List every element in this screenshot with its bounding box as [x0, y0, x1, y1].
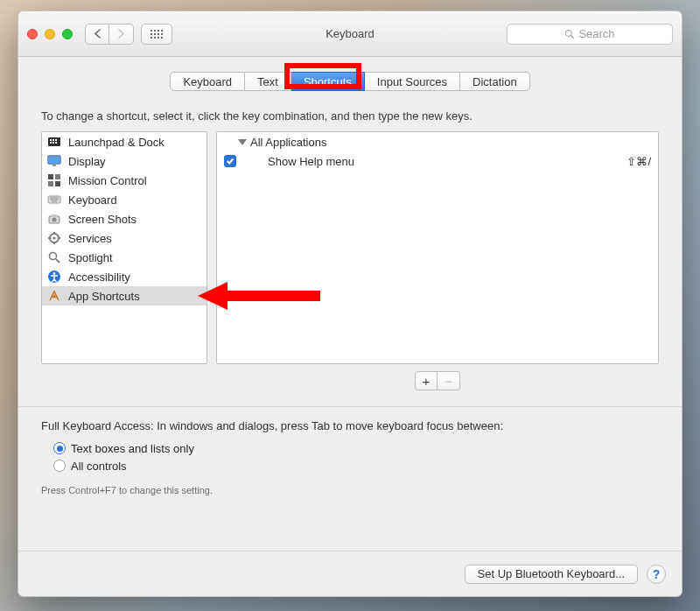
- show-all-button[interactable]: [141, 24, 172, 45]
- svg-point-0: [566, 30, 572, 36]
- display-icon: [47, 154, 61, 168]
- button-label: Set Up Bluetooth Keyboard...: [478, 567, 625, 580]
- tab-input-sources[interactable]: Input Sources: [365, 72, 460, 91]
- category-launchpad-dock[interactable]: Launchpad & Dock: [42, 132, 206, 151]
- svg-line-30: [56, 259, 60, 263]
- mission-control-icon: [47, 173, 61, 187]
- services-icon: [47, 231, 61, 245]
- shortcut-detail-list[interactable]: All Applications Show Help menu ⇧⌘/: [216, 131, 659, 364]
- setup-bluetooth-keyboard-button[interactable]: Set Up Bluetooth Keyboard...: [465, 565, 638, 584]
- radio-label: Text boxes and lists only: [71, 442, 194, 455]
- close-button[interactable]: [27, 29, 38, 39]
- category-list[interactable]: Launchpad & Dock Display Mission Control…: [41, 131, 207, 364]
- svg-line-1: [571, 35, 574, 38]
- group-label: All Applications: [250, 136, 326, 149]
- category-label: Services: [68, 232, 112, 245]
- svg-rect-6: [50, 142, 52, 144]
- search-placeholder: Search: [578, 27, 614, 40]
- category-mission-control[interactable]: Mission Control: [42, 171, 206, 190]
- split-panes: Launchpad & Dock Display Mission Control…: [41, 131, 659, 364]
- category-label: Mission Control: [68, 174, 147, 187]
- radio-button[interactable]: [53, 460, 66, 472]
- svg-rect-15: [55, 181, 60, 186]
- footer: Set Up Bluetooth Keyboard... ?: [18, 551, 682, 596]
- svg-rect-13: [55, 174, 60, 179]
- remove-shortcut-button[interactable]: −: [438, 371, 460, 390]
- titlebar: Keyboard Search: [18, 11, 682, 57]
- search-input[interactable]: Search: [507, 24, 673, 45]
- category-screen-shots[interactable]: Screen Shots: [42, 209, 206, 228]
- grid-icon: [150, 30, 163, 39]
- divider: [18, 406, 682, 407]
- svg-rect-22: [52, 214, 57, 217]
- svg-rect-5: [55, 139, 57, 141]
- svg-rect-8: [55, 142, 57, 144]
- svg-rect-12: [48, 174, 53, 179]
- category-display[interactable]: Display: [42, 151, 206, 171]
- tab-label: Text: [257, 75, 278, 88]
- tab-label: Keyboard: [183, 75, 232, 88]
- shortcut-row-show-help-menu[interactable]: Show Help menu ⇧⌘/: [217, 151, 658, 171]
- tab-shortcuts[interactable]: Shortcuts: [291, 72, 365, 91]
- full-keyboard-access-hint: Press Control+F7 to change this setting.: [41, 485, 659, 495]
- radio-button[interactable]: [53, 442, 66, 454]
- pane-body: To change a shortcut, select it, click t…: [18, 106, 682, 596]
- category-label: App Shortcuts: [68, 290, 140, 303]
- chevron-right-icon: [117, 29, 125, 39]
- nav-back-button[interactable]: [85, 24, 109, 45]
- tab-label: Dictation: [472, 75, 517, 88]
- category-app-shortcuts[interactable]: App Shortcuts: [42, 286, 206, 306]
- category-label: Keyboard: [68, 193, 117, 207]
- svg-rect-3: [50, 139, 52, 141]
- zoom-button[interactable]: [62, 29, 73, 39]
- svg-point-21: [52, 218, 57, 222]
- category-keyboard[interactable]: Keyboard: [42, 190, 206, 209]
- svg-rect-4: [52, 139, 54, 141]
- radio-text-boxes-only[interactable]: Text boxes and lists only: [53, 439, 659, 457]
- tab-dictation[interactable]: Dictation: [460, 72, 530, 91]
- svg-rect-7: [52, 142, 54, 144]
- category-spotlight[interactable]: Spotlight: [42, 248, 206, 267]
- radio-label: All controls: [71, 460, 127, 473]
- tab-label: Shortcuts: [304, 75, 352, 88]
- svg-point-29: [50, 253, 57, 260]
- nav-forward-button[interactable]: [109, 24, 134, 45]
- help-button[interactable]: ?: [647, 565, 666, 584]
- tab-bar-row: Keyboard Text Shortcuts Input Sources Di…: [18, 57, 682, 106]
- keyboard-icon: [47, 193, 61, 207]
- preferences-window: Keyboard Search Keyboard Text Shortcuts …: [18, 11, 682, 597]
- category-label: Accessibility: [68, 270, 130, 284]
- chevron-left-icon: [94, 29, 102, 39]
- svg-rect-14: [48, 181, 53, 186]
- accessibility-icon: [47, 270, 61, 284]
- svg-rect-11: [52, 165, 56, 166]
- plus-icon: +: [423, 374, 430, 389]
- add-shortcut-button[interactable]: +: [415, 371, 438, 390]
- nav-buttons: [85, 24, 134, 45]
- tab-keyboard[interactable]: Keyboard: [170, 72, 245, 91]
- disclosure-triangle-icon[interactable]: [238, 139, 247, 145]
- screenshots-icon: [47, 212, 61, 226]
- tab-label: Input Sources: [377, 75, 447, 88]
- svg-rect-10: [49, 157, 60, 163]
- svg-point-32: [53, 272, 56, 275]
- category-label: Screen Shots: [68, 213, 136, 226]
- minus-icon: −: [444, 374, 452, 389]
- window-controls: [27, 29, 73, 39]
- full-keyboard-access-heading: Full Keyboard Access: In windows and dia…: [41, 419, 659, 432]
- instructions-text: To change a shortcut, select it, click t…: [41, 109, 659, 123]
- shortcut-label: Show Help menu: [268, 155, 354, 168]
- svg-point-24: [52, 236, 55, 239]
- category-services[interactable]: Services: [42, 228, 206, 248]
- shortcut-keys[interactable]: ⇧⌘/: [626, 155, 651, 168]
- app-shortcuts-icon: [47, 289, 61, 303]
- search-icon: [564, 29, 575, 39]
- radio-all-controls[interactable]: All controls: [53, 457, 659, 474]
- shortcut-enabled-checkbox[interactable]: [224, 155, 236, 167]
- minimize-button[interactable]: [45, 29, 55, 39]
- tab-text[interactable]: Text: [245, 72, 291, 91]
- category-label: Display: [68, 155, 106, 168]
- add-remove-buttons: + −: [41, 371, 659, 390]
- group-all-applications[interactable]: All Applications: [217, 132, 658, 151]
- category-accessibility[interactable]: Accessibility: [42, 267, 206, 286]
